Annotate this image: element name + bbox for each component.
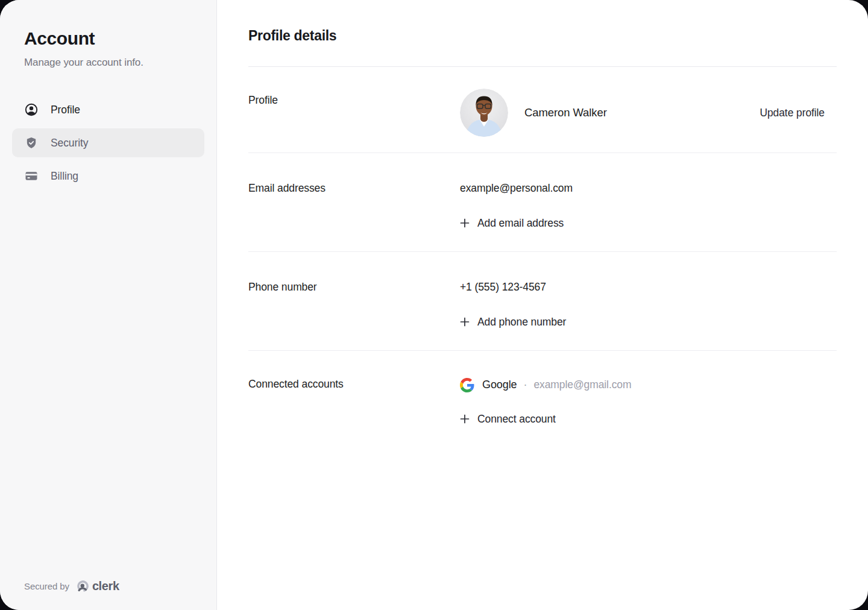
add-phone-label: Add phone number: [477, 316, 566, 329]
google-icon: [460, 378, 474, 392]
page-title: Account: [24, 29, 192, 48]
sidebar-item-label: Security: [51, 137, 88, 149]
plus-icon: [460, 414, 470, 424]
plus-icon: [460, 317, 470, 327]
dot-separator: ·: [523, 379, 527, 391]
connected-account-email: example@gmail.com: [533, 379, 631, 391]
sidebar-header: Account Manage your account info.: [0, 29, 216, 69]
section-title: Profile details: [248, 27, 837, 45]
clerk-wordmark: clerk: [92, 579, 119, 593]
account-modal: Account Manage your account info. Profil…: [0, 0, 868, 610]
user-name: Cameron Walker: [524, 106, 607, 119]
clerk-brand-link[interactable]: clerk: [77, 579, 119, 593]
sidebar-item-profile[interactable]: Profile: [12, 95, 204, 124]
clerk-logo-icon: [77, 580, 89, 593]
phone-value: +1 (555) 123-4567: [460, 281, 837, 294]
phone-section: Phone number +1 (555) 123-4567 Add phone…: [248, 252, 837, 351]
profile-row: Cameron Walker Update profile: [460, 89, 837, 137]
add-email-button[interactable]: Add email address: [460, 216, 564, 230]
add-email-label: Add email address: [477, 217, 564, 230]
page-subtitle: Manage your account info.: [24, 57, 192, 69]
sidebar-nav: Profile Security: [12, 95, 204, 190]
provider-name: Google: [482, 379, 517, 391]
sidebar-item-label: Profile: [51, 104, 80, 116]
profile-details-panel: Profile details Profile: [217, 0, 868, 610]
sidebar-item-billing[interactable]: Billing: [12, 162, 204, 190]
avatar: [460, 89, 508, 137]
sidebar-item-label: Billing: [51, 170, 78, 183]
sidebar: Account Manage your account info. Profil…: [0, 0, 217, 610]
connected-accounts-label: Connected accounts: [248, 377, 460, 391]
phone-label: Phone number: [248, 281, 460, 294]
plus-icon: [460, 218, 470, 228]
connect-account-label: Connect account: [477, 413, 556, 426]
email-value: example@personal.com: [460, 182, 837, 195]
email-label: Email addresses: [248, 182, 460, 195]
sidebar-item-security[interactable]: Security: [12, 128, 204, 157]
profile-label: Profile: [248, 89, 460, 107]
user-icon: [24, 102, 39, 117]
connected-account-row: Google · example@gmail.com: [460, 377, 837, 392]
connected-accounts-section: Connected accounts Google · example@gmai…: [248, 351, 837, 462]
connect-account-button[interactable]: Connect account: [460, 412, 556, 426]
profile-section: Profile: [248, 67, 837, 153]
shield-icon: [24, 136, 39, 150]
email-section: Email addresses example@personal.com Add…: [248, 153, 837, 252]
add-phone-button[interactable]: Add phone number: [460, 315, 566, 329]
secured-by-label: Secured by: [24, 581, 69, 591]
credit-card-icon: [24, 169, 39, 183]
secured-by-badge: Secured by clerk: [24, 579, 119, 593]
update-profile-button[interactable]: Update profile: [760, 107, 825, 119]
